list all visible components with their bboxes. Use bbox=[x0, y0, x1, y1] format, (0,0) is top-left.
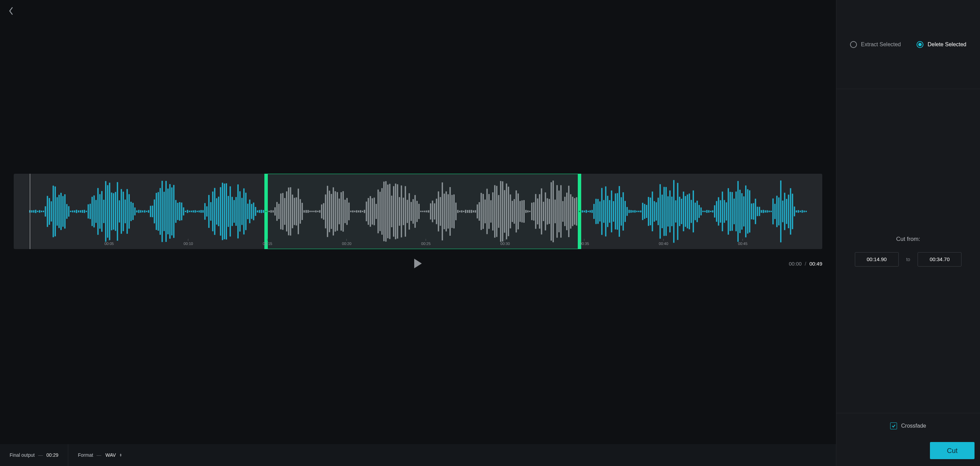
format-select[interactable]: WAV ▲▼ bbox=[105, 451, 123, 459]
cut-from-label: Cut from: bbox=[896, 236, 920, 243]
selection-right-handle[interactable] bbox=[578, 174, 581, 249]
to-label: to bbox=[906, 257, 910, 262]
crossfade-checkbox[interactable] bbox=[890, 423, 897, 430]
selection-left-handle[interactable] bbox=[264, 174, 268, 249]
chevron-left-icon bbox=[9, 7, 13, 15]
radio-icon bbox=[916, 41, 923, 48]
final-output-label: Final output bbox=[10, 452, 35, 458]
playhead[interactable] bbox=[30, 174, 30, 249]
final-output-value: 00:29 bbox=[46, 452, 58, 458]
check-icon bbox=[891, 424, 896, 428]
back-button[interactable] bbox=[6, 6, 16, 16]
format-value: WAV bbox=[106, 452, 116, 458]
side-panel: Extract Selected Delete Selected Cut fro… bbox=[836, 0, 980, 466]
total-time: 00:49 bbox=[809, 261, 822, 266]
time-display: 00:00 / 00:49 bbox=[789, 261, 822, 266]
svg-marker-400 bbox=[414, 259, 422, 268]
mode-delete[interactable]: Delete Selected bbox=[916, 41, 966, 48]
bottom-bar: Final output — 00:29 Format — WAV ▲▼ bbox=[0, 444, 836, 466]
cut-start-input[interactable] bbox=[855, 252, 899, 266]
stepper-icon: ▲▼ bbox=[119, 453, 122, 457]
radio-icon bbox=[850, 41, 857, 48]
crossfade-label: Crossfade bbox=[901, 423, 926, 429]
mode-extract-label: Extract Selected bbox=[861, 41, 901, 48]
cut-button[interactable]: Cut bbox=[930, 442, 975, 459]
current-time: 00:00 bbox=[789, 261, 802, 266]
play-button[interactable] bbox=[411, 257, 425, 270]
mode-extract[interactable]: Extract Selected bbox=[850, 41, 901, 48]
mode-delete-label: Delete Selected bbox=[928, 41, 966, 48]
waveform[interactable]: 00:0500:1000:1500:2000:2500:3000:3500:40… bbox=[14, 174, 822, 249]
format-label: Format bbox=[78, 452, 93, 458]
main-editor: 00:0500:1000:1500:2000:2500:3000:3500:40… bbox=[0, 0, 836, 466]
play-icon bbox=[414, 258, 422, 269]
cut-end-input[interactable] bbox=[918, 252, 961, 266]
